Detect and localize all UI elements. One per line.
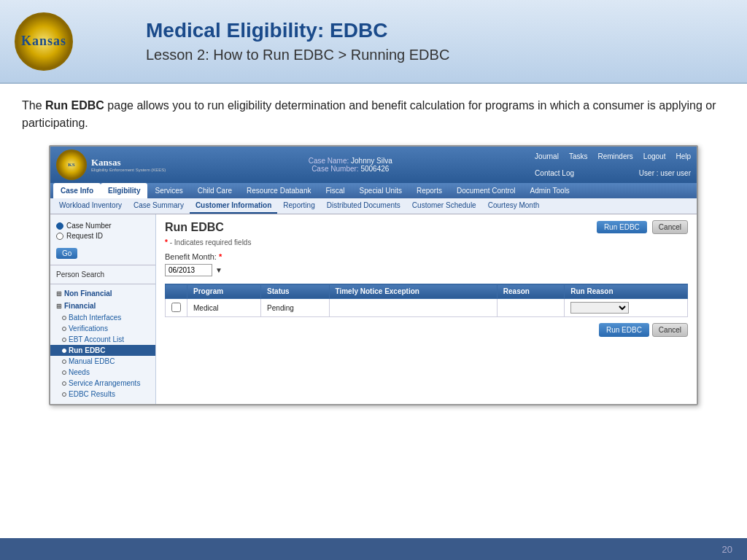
sidebar-needs[interactable]: Needs — [50, 367, 155, 378]
sub-tab-casesummary[interactable]: Case Summary — [128, 198, 190, 214]
bullet-3 — [62, 338, 66, 342]
table-header-run-reason: Run Reason — [565, 284, 688, 299]
sidebar-run-edbc[interactable]: Run EDBC — [50, 345, 155, 356]
person-search-link[interactable]: Person Search — [50, 268, 155, 281]
sidebar-service-arrangements[interactable]: Service Arrangements — [50, 378, 155, 389]
benefit-month-label: Benefit Month: * — [165, 252, 688, 261]
table-header-checkbox — [166, 284, 187, 299]
cancel-bottom-button[interactable]: Cancel — [652, 323, 688, 337]
manual-edbc-label: Manual EDBC — [69, 357, 115, 365]
sidebar-ebt[interactable]: EBT Account List — [50, 334, 155, 345]
contact-log-user-row: Contact Log User : user user — [535, 169, 691, 177]
required-note-text: - Indicates required fields — [170, 238, 252, 246]
nav-tab-services[interactable]: Services — [147, 183, 190, 198]
benefit-month-field[interactable] — [165, 264, 212, 276]
app-main-panel: Run EDBC Run EDBC Cancel * - Indicates r… — [156, 214, 697, 404]
sidebar-non-financial[interactable]: ⊞ Non Financial — [50, 287, 155, 300]
intro-text-before: The — [22, 99, 45, 112]
radio-request-id-label: Request ID — [66, 232, 103, 240]
sub-tab-schedule[interactable]: Customer Schedule — [406, 198, 482, 214]
app-case-info: Case Name: Johnny Silva Case Number: 500… — [309, 157, 392, 173]
bullet-7 — [62, 381, 66, 386]
sidebar-batch-interfaces[interactable]: Batch Interfaces — [50, 312, 155, 323]
sidebar-financial[interactable]: ⊞ Financial — [50, 300, 155, 312]
radio-case-number[interactable]: Case Number — [56, 222, 150, 230]
row-timely — [329, 299, 497, 317]
nav-tab-document[interactable]: Document Control — [449, 183, 523, 198]
app-logo-subtext: Eligibility Enforcement System (KEES) — [91, 168, 166, 172]
row-run-reason — [565, 299, 688, 317]
sub-tab-reporting[interactable]: Reporting — [277, 198, 320, 214]
sub-tab-workload[interactable]: Workload Inventory — [53, 198, 128, 214]
case-number-label: Case Number: — [311, 165, 358, 173]
slide-header: Kansas Medical Eligibility: EDBC Lesson … — [0, 0, 747, 84]
case-name-value: Johnny Silva — [351, 157, 392, 165]
nav-tab-childcare[interactable]: Child Care — [190, 183, 239, 198]
app-main-nav: Case Info Eligibility Services Child Car… — [50, 183, 697, 198]
verifications-label: Verifications — [69, 324, 108, 332]
nav-tab-resource[interactable]: Resource Databank — [239, 183, 318, 198]
app-sub-nav: Workload Inventory Case Summary Customer… — [50, 198, 697, 214]
run-reason-select[interactable] — [570, 302, 629, 314]
nav-tab-fiscal[interactable]: Fiscal — [318, 183, 352, 198]
go-button[interactable]: Go — [56, 248, 77, 259]
help-link[interactable]: Help — [676, 152, 691, 160]
logo-area: Kansas — [15, 12, 139, 71]
sidebar-radio-group: Case Number Request ID — [50, 219, 155, 245]
run-edbc-label: Run EDBC — [69, 346, 106, 354]
user-label: User : user user — [639, 169, 691, 177]
run-edbc-button[interactable]: Run EDBC — [597, 221, 647, 233]
cancel-button[interactable]: Cancel — [652, 220, 688, 234]
benefit-month-star: * — [219, 252, 222, 261]
table-header-timely: Timely Notice Exception — [329, 284, 497, 299]
nav-tab-caseinfo[interactable]: Case Info — [53, 183, 101, 198]
radio-case-number-indicator — [56, 222, 63, 230]
expand-icon-2: ⊞ — [56, 303, 62, 310]
logout-link[interactable]: Logout — [643, 152, 666, 160]
nav-tab-eligibility[interactable]: Eligibility — [101, 183, 147, 198]
case-name-label: Case Name: — [309, 157, 349, 165]
app-sidebar: Case Number Request ID Go Person Search … — [50, 214, 156, 404]
bullet-6 — [62, 370, 66, 375]
header-titles: Medical Eligibility: EDBC Lesson 2: How … — [139, 19, 732, 63]
sidebar-manual-edbc[interactable]: Manual EDBC — [50, 356, 155, 367]
nav-tab-admin[interactable]: Admin Tools — [523, 183, 577, 198]
run-edbc-bottom-button[interactable]: Run EDBC — [599, 323, 649, 337]
slide-footer: 20 — [0, 538, 747, 560]
row-reason — [497, 299, 564, 317]
bottom-buttons: Run EDBC Cancel — [165, 323, 688, 337]
bullet-1 — [62, 316, 66, 320]
slide-body: The Run EDBC page allows you to run elig… — [0, 84, 747, 538]
sub-tab-customer-info[interactable]: Customer Information — [190, 198, 277, 214]
case-number-value: 5006426 — [360, 165, 389, 173]
row-checkbox-cell — [166, 299, 187, 317]
journal-link[interactable]: Journal — [535, 152, 559, 160]
financial-label: Financial — [64, 302, 96, 310]
nav-tab-reports[interactable]: Reports — [409, 183, 449, 198]
expand-icon-1: ⊞ — [56, 290, 62, 298]
benefit-month-dropdown-arrow[interactable]: ▼ — [215, 266, 222, 274]
benefit-month-input-group: ▼ — [165, 264, 688, 276]
app-logo-text: Kansas — [91, 158, 166, 168]
sub-tab-courtesy[interactable]: Courtesy Month — [482, 198, 546, 214]
table-row: Medical Pending — [166, 299, 688, 317]
run-edbc-header: Run EDBC Run EDBC Cancel — [165, 220, 688, 234]
table-header-program: Program — [187, 284, 261, 299]
app-container: KS Kansas Eligibility Enforcement System… — [49, 145, 698, 405]
radio-case-number-label: Case Number — [66, 222, 112, 230]
reminders-link[interactable]: Reminders — [597, 152, 632, 160]
sidebar-edbc-results[interactable]: EDBC Results — [50, 389, 155, 400]
radio-request-id[interactable]: Request ID — [56, 232, 150, 240]
row-checkbox[interactable] — [171, 303, 181, 312]
sub-tab-distributed[interactable]: Distributed Documents — [321, 198, 406, 214]
table-header-status: Status — [261, 284, 329, 299]
required-star: * — [165, 238, 168, 246]
run-edbc-header-buttons: Run EDBC Cancel — [594, 220, 688, 234]
app-content: Case Number Request ID Go Person Search … — [50, 214, 697, 404]
nav-tab-special[interactable]: Special Units — [352, 183, 409, 198]
sidebar-verifications[interactable]: Verifications — [50, 323, 155, 334]
contact-log-link[interactable]: Contact Log — [535, 169, 574, 177]
tasks-link[interactable]: Tasks — [569, 152, 588, 160]
table-header-reason: Reason — [497, 284, 564, 299]
slide-sub-title: Lesson 2: How to Run EDBC > Running EDBC — [146, 47, 732, 63]
